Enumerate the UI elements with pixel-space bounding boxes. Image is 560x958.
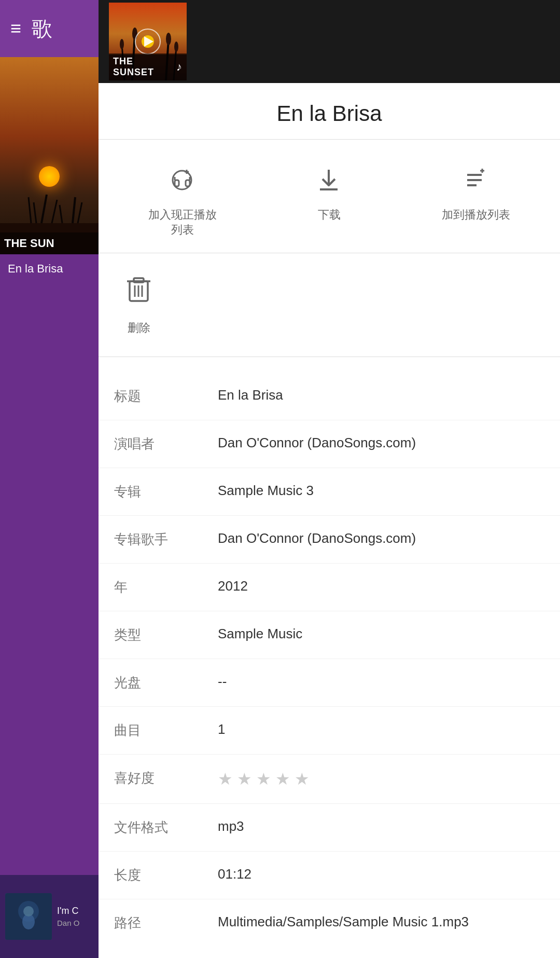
meta-value-artist: Dan O'Connor (DanoSongs.com) xyxy=(218,435,544,451)
add-to-now-playing-icon xyxy=(168,166,197,198)
sidebar-album-label: THE SUN xyxy=(0,232,99,254)
meta-row-rating: 喜好度 ★ ★ ★ ★ ★ xyxy=(99,755,560,804)
meta-label-title: 标题 xyxy=(114,387,218,405)
meta-value-year: 2012 xyxy=(218,578,544,594)
meta-row-genre: 类型 Sample Music xyxy=(99,611,560,659)
delete-button[interactable]: 删除 xyxy=(109,269,169,341)
meta-row-title: 标题 En la Brisa xyxy=(99,373,560,420)
svg-rect-25 xyxy=(186,180,190,186)
delete-icon xyxy=(124,274,153,311)
star-2[interactable]: ★ xyxy=(237,769,252,789)
svg-point-11 xyxy=(23,906,34,916)
svg-line-7 xyxy=(78,202,82,223)
add-to-playlist-label: 加到播放列表 xyxy=(442,208,510,223)
meta-label-album: 专辑 xyxy=(114,483,218,501)
song-name-header: En la Brisa xyxy=(99,83,560,140)
svg-rect-39 xyxy=(134,278,144,282)
sidebar-song-title: En la Brisa xyxy=(0,254,99,283)
sidebar-header: ≡ 歌 xyxy=(0,0,99,57)
svg-rect-24 xyxy=(175,180,179,186)
sidebar-album-image xyxy=(0,57,99,254)
svg-line-4 xyxy=(52,200,57,223)
meta-label-format: 文件格式 xyxy=(114,818,218,837)
meta-label-duration: 长度 xyxy=(114,866,218,884)
svg-line-3 xyxy=(41,195,47,223)
download-label: 下载 xyxy=(318,208,341,223)
meta-value-track: 1 xyxy=(218,721,544,737)
meta-label-disc: 光盘 xyxy=(114,674,218,692)
meta-label-rating: 喜好度 xyxy=(114,769,218,787)
sun-decoration xyxy=(39,166,60,187)
star-5[interactable]: ★ xyxy=(295,769,310,789)
meta-value-album-artist: Dan O'Connor (DanoSongs.com) xyxy=(218,530,544,546)
meta-row-duration: 长度 01:12 xyxy=(99,852,560,899)
sunset-text: THE SUNSET xyxy=(113,56,176,78)
meta-row-track: 曲目 1 xyxy=(99,707,560,755)
meta-label-track: 曲目 xyxy=(114,721,218,740)
mini-player-art xyxy=(5,893,52,940)
rating-stars[interactable]: ★ ★ ★ ★ ★ xyxy=(218,769,544,789)
sidebar-title: 歌 xyxy=(32,15,52,43)
now-playing-label: THE SUNSET ♪ xyxy=(109,53,187,80)
meta-value-path: Multimedia/Samples/Sample Music 1.mp3 xyxy=(218,914,544,930)
mini-player-artist: Dan O xyxy=(57,919,93,927)
meta-label-artist: 演唱者 xyxy=(114,435,218,453)
meta-label-path: 路径 xyxy=(114,914,218,932)
delete-label: 删除 xyxy=(128,320,150,336)
meta-value-format: mp3 xyxy=(218,818,544,834)
sidebar-album-name: THE SUN xyxy=(4,237,54,250)
sidebar-album-art[interactable]: THE SUN xyxy=(0,57,99,254)
play-button-overlay[interactable] xyxy=(135,29,161,54)
meta-value-disc: -- xyxy=(218,674,544,690)
now-playing-art: THE SUNSET ♪ xyxy=(109,3,187,80)
meta-label-album-artist: 专辑歌手 xyxy=(114,530,218,549)
metadata-section: 标题 En la Brisa 演唱者 Dan O'Connor (DanoSon… xyxy=(99,357,560,958)
svg-line-2 xyxy=(34,202,36,223)
download-icon xyxy=(315,166,343,198)
bottom-mini-player[interactable]: I'm C Dan O xyxy=(0,875,99,958)
song-title-heading: En la Brisa xyxy=(114,101,544,126)
meta-row-disc: 光盘 -- xyxy=(99,659,560,707)
meta-row-artist: 演唱者 Dan O'Connor (DanoSongs.com) xyxy=(99,420,560,468)
meta-row-album-artist: 专辑歌手 Dan O'Connor (DanoSongs.com) xyxy=(99,516,560,564)
mini-player-info: I'm C Dan O xyxy=(57,906,93,927)
meta-value-album: Sample Music 3 xyxy=(218,483,544,499)
delete-row: 删除 xyxy=(99,253,560,357)
add-to-playlist-icon xyxy=(462,166,491,198)
menu-icon[interactable]: ≡ xyxy=(10,18,21,39)
svg-point-22 xyxy=(174,42,178,52)
svg-point-21 xyxy=(166,33,171,45)
meta-row-album: 专辑 Sample Music 3 xyxy=(99,468,560,516)
actions-row: 加入现正播放 列表 下载 xyxy=(99,140,560,253)
star-4[interactable]: ★ xyxy=(275,769,290,789)
download-button[interactable]: 下载 xyxy=(256,160,402,242)
meta-value-rating[interactable]: ★ ★ ★ ★ ★ xyxy=(218,769,544,789)
music-note-icon: ♪ xyxy=(176,60,183,74)
add-to-now-playing-label: 加入现正播放 列表 xyxy=(148,208,217,237)
svg-line-6 xyxy=(73,197,75,223)
now-playing-strip: THE SUNSET ♪ xyxy=(99,0,560,83)
main-panel: THE SUNSET ♪ En la Brisa xyxy=(99,0,560,958)
star-3[interactable]: ★ xyxy=(256,769,271,789)
meta-value-title: En la Brisa xyxy=(218,387,544,403)
meta-value-genre: Sample Music xyxy=(218,626,544,642)
meta-row-format: 文件格式 mp3 xyxy=(99,804,560,852)
add-to-now-playing-button[interactable]: 加入现正播放 列表 xyxy=(109,160,256,242)
meta-label-year: 年 xyxy=(114,578,218,596)
meta-value-duration: 01:12 xyxy=(218,866,544,882)
meta-row-year: 年 2012 xyxy=(99,564,560,611)
svg-point-19 xyxy=(120,39,124,49)
mini-player-title: I'm C xyxy=(57,906,93,916)
star-1[interactable]: ★ xyxy=(218,769,233,789)
meta-label-genre: 类型 xyxy=(114,626,218,644)
add-to-playlist-button[interactable]: 加到播放列表 xyxy=(403,160,550,242)
svg-line-1 xyxy=(29,197,31,223)
meta-row-path: 路径 Multimedia/Samples/Sample Music 1.mp3 xyxy=(99,899,560,947)
svg-line-5 xyxy=(60,205,62,223)
